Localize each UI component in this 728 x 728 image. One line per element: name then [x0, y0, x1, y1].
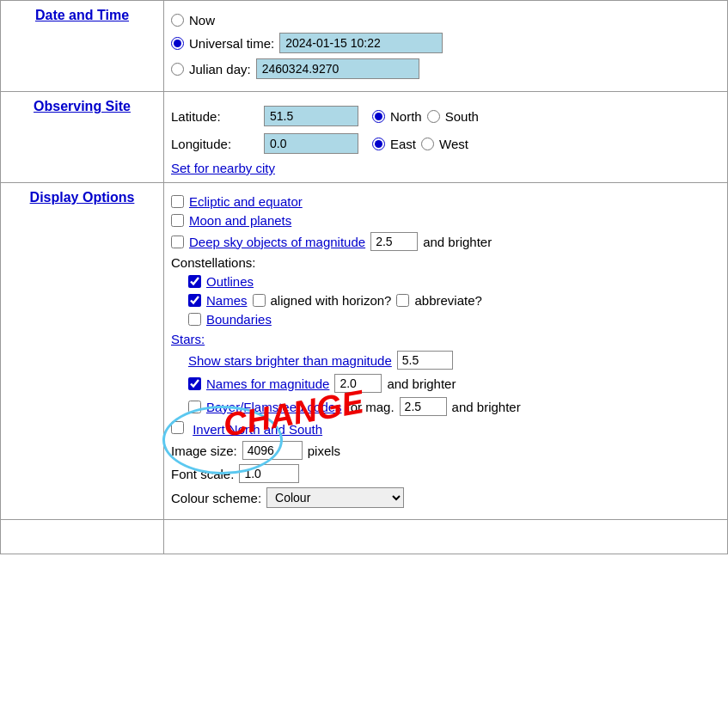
bottom-right-cell: [164, 520, 728, 554]
lat-direction-group: North South: [372, 109, 479, 124]
now-row: Now: [171, 13, 720, 28]
ecliptic-row: Ecliptic and equator: [171, 194, 720, 209]
now-label: Now: [189, 13, 215, 28]
boundaries-link[interactable]: Boundaries: [206, 312, 272, 327]
deep-sky-row: Deep sky objects of magnitude and bright…: [171, 232, 720, 251]
deep-sky-input[interactable]: [370, 232, 418, 251]
date-time-content: Now Universal time: Julian day:: [164, 1, 728, 92]
moon-planets-checkbox[interactable]: [171, 214, 184, 227]
date-time-link[interactable]: Date and Time: [35, 8, 129, 22]
deep-sky-link[interactable]: Deep sky objects of magnitude: [189, 235, 365, 249]
bayer-row: Bayer/Flamsteed codes for mag. and brigh…: [188, 397, 720, 416]
image-size-row: Image size: pixels: [171, 441, 720, 460]
latitude-row: Latitude: North South: [171, 106, 720, 126]
east-radio[interactable]: [372, 138, 385, 150]
ecliptic-checkbox[interactable]: [171, 195, 184, 208]
font-scale-input[interactable]: [239, 464, 299, 483]
bayer-link[interactable]: Bayer/Flamsteed codes: [206, 400, 342, 414]
display-options-row: Display Options Ecliptic and equator Moo…: [1, 183, 728, 520]
observing-site-link[interactable]: Observing Site: [34, 99, 131, 113]
south-label: South: [445, 109, 479, 124]
names-magnitude-link[interactable]: Names for magnitude: [206, 376, 329, 391]
outlines-link[interactable]: Outlines: [206, 274, 254, 289]
names-link[interactable]: Names: [206, 293, 248, 308]
image-size-label: Image size:: [171, 444, 237, 458]
colour-scheme-row: Colour scheme: Colour Black on white Whi…: [171, 487, 720, 508]
universal-time-row: Universal time:: [171, 33, 720, 53]
date-time-label-cell: Date and Time: [1, 1, 164, 92]
longitude-label: Longitude:: [171, 137, 257, 151]
aligned-checkbox[interactable]: [253, 294, 266, 307]
bayer-input[interactable]: [400, 397, 447, 416]
stars-section: Stars: Show stars brighter than magnitud…: [171, 332, 720, 416]
image-size-input[interactable]: [242, 441, 303, 460]
julian-day-input[interactable]: [256, 58, 419, 79]
invert-annotation-wrapper: Invert North and South CHANGE: [171, 421, 322, 437]
colour-scheme-label: Colour scheme:: [171, 491, 261, 505]
julian-day-radio[interactable]: [171, 63, 184, 76]
deep-sky-checkbox[interactable]: [171, 236, 184, 248]
now-radio[interactable]: [171, 14, 184, 27]
north-label: North: [390, 109, 422, 124]
font-scale-label: Font scale:: [171, 467, 234, 481]
moon-planets-link[interactable]: Moon and planets: [189, 213, 291, 228]
north-radio[interactable]: [372, 110, 385, 123]
longitude-row: Longitude: East West: [171, 133, 720, 154]
stars-sub: Show stars brighter than magnitude Names…: [188, 351, 720, 416]
east-label: East: [390, 137, 416, 151]
stars-label-row: Stars:: [171, 332, 720, 346]
constellations-label-row: Constellations:: [171, 255, 720, 270]
bottom-row: [1, 520, 728, 554]
latitude-input[interactable]: [264, 106, 358, 126]
bayer-brighter-label: and brighter: [452, 400, 521, 414]
universal-time-label: Universal time:: [189, 36, 274, 51]
show-stars-row: Show stars brighter than magnitude: [188, 351, 720, 370]
display-options-label-cell: Display Options: [1, 183, 164, 520]
universal-time-radio[interactable]: [171, 37, 184, 50]
font-scale-row: Font scale:: [171, 464, 720, 483]
bayer-checkbox[interactable]: [188, 401, 201, 413]
constellations-label: Constellations:: [171, 255, 255, 270]
universal-time-input[interactable]: [279, 33, 443, 53]
display-options-content: Ecliptic and equator Moon and planets De…: [164, 183, 728, 520]
observing-site-content: Latitude: North South Longitude: East We…: [164, 92, 728, 183]
deep-sky-brighter: and brighter: [423, 235, 492, 249]
pixels-label: pixels: [308, 444, 340, 458]
stars-link[interactable]: Stars:: [171, 332, 205, 346]
names-row: Names aligned with horizon? abbreviate?: [188, 293, 720, 308]
show-stars-input[interactable]: [397, 351, 453, 370]
ecliptic-link[interactable]: Ecliptic and equator: [189, 194, 303, 209]
invert-checkbox[interactable]: [171, 421, 184, 434]
invert-link[interactable]: Invert North and South: [193, 422, 322, 437]
south-radio[interactable]: [427, 110, 440, 123]
west-radio[interactable]: [421, 138, 434, 150]
names-magnitude-checkbox[interactable]: [188, 377, 201, 390]
observing-site-row: Observing Site Latitude: North South Lon…: [1, 92, 728, 183]
moon-planets-row: Moon and planets: [171, 213, 720, 228]
set-city-link[interactable]: Set for nearby city: [171, 161, 720, 175]
julian-day-label: Julian day:: [189, 62, 251, 76]
date-time-row: Date and Time Now Universal time: Julian…: [1, 1, 728, 92]
names-brighter-label: and brighter: [387, 376, 456, 391]
boundaries-checkbox[interactable]: [188, 313, 201, 326]
aligned-label: aligned with horizon?: [271, 293, 392, 308]
outlines-checkbox[interactable]: [188, 275, 201, 288]
constellations-sub: Outlines Names aligned with horizon? abb…: [188, 274, 720, 327]
colour-scheme-select[interactable]: Colour Black on white White on black Nig…: [266, 487, 404, 508]
lon-direction-group: East West: [372, 137, 468, 151]
longitude-input[interactable]: [264, 133, 358, 154]
abbreviate-checkbox[interactable]: [396, 294, 409, 307]
west-label: West: [439, 137, 468, 151]
latitude-label: Latitude:: [171, 109, 257, 124]
abbreviate-label: abbreviate?: [414, 293, 481, 308]
names-magnitude-row: Names for magnitude and brighter: [188, 374, 720, 393]
outlines-row: Outlines: [188, 274, 720, 289]
names-magnitude-input[interactable]: [334, 374, 382, 393]
display-options-link[interactable]: Display Options: [30, 190, 135, 205]
names-checkbox[interactable]: [188, 294, 201, 307]
bottom-left-cell: [1, 520, 164, 554]
observing-site-label-cell: Observing Site: [1, 92, 164, 183]
boundaries-row: Boundaries: [188, 312, 720, 327]
show-stars-link[interactable]: Show stars brighter than magnitude: [188, 353, 392, 368]
julian-day-row: Julian day:: [171, 58, 720, 79]
